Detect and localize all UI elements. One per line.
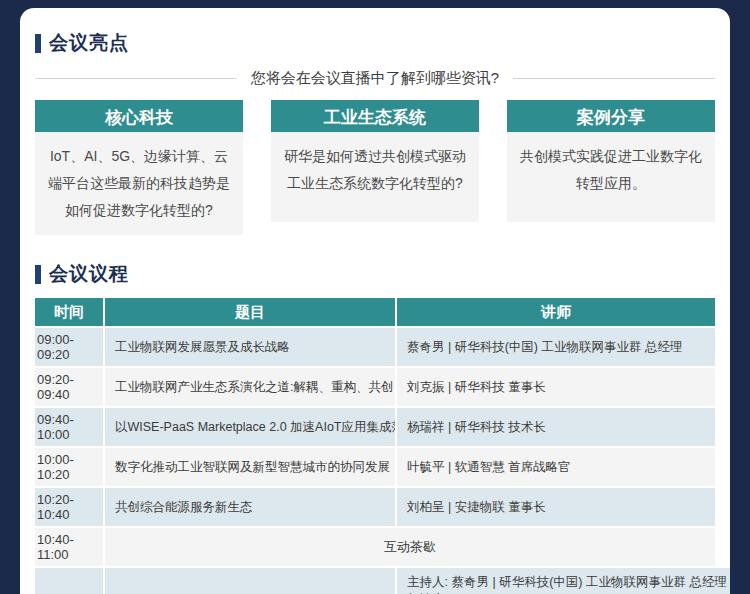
- agenda-topic: 工业物联网发展愿景及成长战略: [105, 328, 395, 366]
- agenda-row-roundtable: 11:00-12:00 [圆桌对谈] 携手伙伴共创工业物联网生态圈 打造Indu…: [35, 568, 715, 594]
- highlight-card-body: 研华是如何透过共创模式驱动工业生态系统数字化转型的?: [271, 132, 479, 222]
- agenda-speaker: 杨瑞祥 | 研华科技 技术长: [397, 408, 715, 446]
- agenda-speaker: 刘克振 | 研华科技 董事长: [397, 368, 715, 406]
- agenda-topic: 数字化推动工业智联网及新型智慧城市的协同发展: [105, 448, 395, 486]
- highlight-card-title: 核心科技: [35, 100, 243, 132]
- agenda-title: 会议议程: [49, 261, 129, 287]
- agenda-roundtable-topic: [圆桌对谈] 携手伙伴共创工业物联网生态圈 打造Industrial APP产业…: [105, 568, 395, 594]
- agenda-topic: 工业物联网产业生态系演化之道:解耦、重构、共创: [105, 368, 395, 406]
- agenda-speaker: 蔡奇男 | 研华科技(中国) 工业物联网事业群 总经理: [397, 328, 715, 366]
- divider-line-right: [513, 78, 715, 79]
- agenda-time: 09:40-10:00: [35, 408, 103, 446]
- agenda-speaker: 叶毓平 | 软通智慧 首席战略官: [397, 448, 715, 486]
- highlight-card-title: 案例分享: [507, 100, 715, 132]
- column-header-time: 时间: [35, 298, 103, 326]
- highlights-header: 会议亮点: [35, 30, 715, 56]
- highlight-card-core-tech: 核心科技 IoT、AI、5G、边缘计算、云端平台这些最新的科技趋势是如何促进数字…: [35, 100, 243, 235]
- agenda-table-header: 时间 题目 讲师: [35, 298, 715, 326]
- column-header-topic: 题目: [105, 298, 395, 326]
- highlight-card-title: 工业生态系统: [271, 100, 479, 132]
- highlight-card-body: IoT、AI、5G、边缘计算、云端平台这些最新的科技趋势是如何促进数字化转型的?: [35, 132, 243, 235]
- agenda-row: 09:00-09:20 工业物联网发展愿景及成长战略 蔡奇男 | 研华科技(中国…: [35, 328, 715, 366]
- agenda-row: 10:00-10:20 数字化推动工业智联网及新型智慧城市的协同发展 叶毓平 |…: [35, 448, 715, 486]
- highlights-title: 会议亮点: [49, 30, 129, 56]
- column-header-speaker: 讲师: [397, 298, 715, 326]
- section-accent-bar: [35, 34, 41, 53]
- agenda-row-tea-break: 10:40-11:00 互动茶歇: [35, 528, 715, 566]
- agenda-time: 10:40-11:00: [35, 528, 103, 566]
- roundtable-host: 主持人: 蔡奇男 | 研华科技(中国) 工业物联网事业群 总经理: [407, 574, 727, 591]
- agenda-table: 时间 题目 讲师 09:00-09:20 工业物联网发展愿景及成长战略 蔡奇男 …: [35, 298, 715, 594]
- agenda-row: 09:20-09:40 工业物联网产业生态系演化之道:解耦、重构、共创 刘克振 …: [35, 368, 715, 406]
- agenda-time: 10:00-10:20: [35, 448, 103, 486]
- agenda-time: 10:20-10:40: [35, 488, 103, 526]
- section-accent-bar: [35, 265, 41, 284]
- highlight-cards: 核心科技 IoT、AI、5G、边缘计算、云端平台这些最新的科技趋势是如何促进数字…: [35, 100, 715, 235]
- highlight-card-industrial-ecosystem: 工业生态系统 研华是如何透过共创模式驱动工业生态系统数字化转型的?: [271, 100, 479, 235]
- highlight-card-case-sharing: 案例分享 共创模式实践促进工业数字化转型应用。: [507, 100, 715, 235]
- agenda-row: 10:20-10:40 共创综合能源服务新生态 刘柏呈 | 安捷物联 董事长: [35, 488, 715, 526]
- agenda-row: 09:40-10:00 以WISE-PaaS Marketplace 2.0 加…: [35, 408, 715, 446]
- content-card: 会议亮点 您将会在会议直播中了解到哪些资讯? 核心科技 IoT、AI、5G、边缘…: [20, 8, 730, 594]
- agenda-topic: 共创综合能源服务新生态: [105, 488, 395, 526]
- agenda-time: 09:20-09:40: [35, 368, 103, 406]
- highlight-card-body: 共创模式实践促进工业数字化转型应用。: [507, 132, 715, 222]
- agenda-time: 11:00-12:00: [35, 568, 103, 594]
- agenda-roundtable-speakers: 主持人: 蔡奇男 | 研华科技(中国) 工业物联网事业群 总经理 与谈人: 赵文…: [397, 568, 730, 594]
- agenda-tea-break-label: 互动茶歇: [105, 528, 715, 566]
- agenda-topic: 以WISE-PaaS Marketplace 2.0 加速AIoT应用集成落地: [105, 408, 395, 446]
- agenda-header: 会议议程: [35, 261, 715, 287]
- highlights-subtitle-row: 您将会在会议直播中了解到哪些资讯?: [35, 69, 715, 88]
- agenda-speaker: 刘柏呈 | 安捷物联 董事长: [397, 488, 715, 526]
- highlights-subtitle: 您将会在会议直播中了解到哪些资讯?: [251, 69, 499, 88]
- agenda-section: 会议议程 时间 题目 讲师 09:00-09:20 工业物联网发展愿景及成长战略…: [35, 261, 715, 594]
- agenda-time: 09:00-09:20: [35, 328, 103, 366]
- divider-line-left: [35, 78, 237, 79]
- highlights-section: 会议亮点 您将会在会议直播中了解到哪些资讯? 核心科技 IoT、AI、5G、边缘…: [35, 30, 715, 235]
